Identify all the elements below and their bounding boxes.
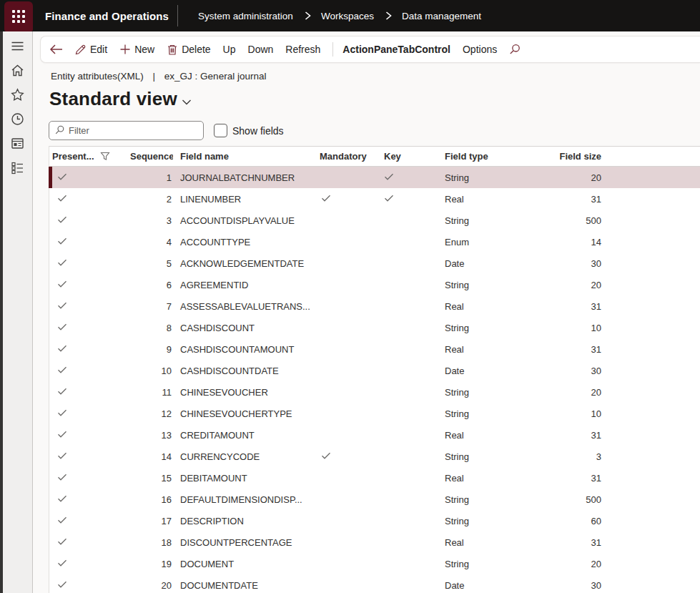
field-type-cell: String [430, 323, 541, 333]
table-row[interactable]: 3ACCOUNTDISPLAYVALUEString500 [49, 210, 700, 231]
plus-icon [119, 44, 131, 55]
field-type-cell: Date [430, 258, 541, 269]
modules-list-icon[interactable] [10, 160, 26, 175]
sequence-cell: 19 [130, 559, 173, 569]
filter-input-box[interactable] [49, 121, 204, 140]
topbar-divider [177, 5, 178, 26]
field-type-cell: Enum [430, 237, 541, 248]
up-button[interactable]: Up [223, 44, 236, 55]
field-name-cell: ACKNOWLEDGEMENTDATE [173, 258, 312, 269]
breadcrumb-item-workspaces[interactable]: Workspaces [321, 11, 374, 21]
filter-input[interactable] [69, 125, 190, 136]
present-checkmark [49, 258, 130, 269]
table-row[interactable]: 12CHINESEVOUCHERTYPEString10 [49, 403, 700, 424]
field-name-cell: ACCOUNTTYPE [173, 237, 312, 248]
column-header-present[interactable]: Present... [49, 151, 130, 162]
present-checkmark [49, 366, 130, 376]
workspaces-icon[interactable] [10, 135, 26, 151]
filter-funnel-icon[interactable] [100, 152, 110, 161]
breadcrumb-item-system-administration[interactable]: System administration [198, 11, 293, 21]
new-button[interactable]: New [119, 44, 154, 55]
key-checkmark [377, 194, 430, 205]
search-icon[interactable] [509, 44, 521, 55]
table-row[interactable]: 20DOCUMENTDATEDate30 [49, 574, 700, 593]
field-name-cell: CURRENCYCODE [173, 451, 312, 462]
table-row[interactable]: 2LINENUMBERReal31 [49, 188, 700, 210]
breadcrumb-item-data-management[interactable]: Data management [402, 11, 481, 21]
column-header-key[interactable]: Key [377, 151, 430, 162]
table-row[interactable]: 11CHINESEVOUCHERString20 [49, 381, 700, 403]
hamburger-menu-icon[interactable] [10, 38, 26, 54]
field-name-cell: CREDITAMOUNT [173, 430, 312, 441]
sequence-cell: 14 [130, 451, 173, 462]
table-row[interactable]: 16DEFAULTDIMENSIONDISP...String500 [49, 489, 700, 510]
field-size-cell: 30 [541, 258, 606, 269]
sidebar [3, 31, 33, 593]
sequence-cell: 2 [130, 194, 173, 205]
table-row[interactable]: 19DOCUMENTString20 [49, 553, 700, 574]
app-launcher-button[interactable] [4, 1, 33, 31]
refresh-button[interactable]: Refresh [285, 44, 320, 55]
present-checkmark [49, 580, 130, 591]
chevron-down-icon[interactable] [182, 96, 192, 109]
table-row[interactable]: 17DESCRIPTIONString60 [49, 510, 700, 531]
table-row[interactable]: 6AGREEMENTIDString20 [49, 274, 700, 295]
table-row[interactable]: 14CURRENCYCODEString3 [49, 446, 700, 467]
field-type-cell: String [430, 451, 541, 462]
table-row[interactable]: 1JOURNALBATCHNUMBERString20 [49, 167, 700, 188]
field-name-cell: CHINESEVOUCHERTYPE [173, 408, 312, 419]
field-type-cell: String [430, 408, 541, 419]
action-pane-toolbar: Edit New Delete Up Down Refresh ActionPa… [40, 36, 700, 63]
delete-button[interactable]: Delete [167, 44, 210, 56]
back-button[interactable] [49, 44, 63, 55]
options-button[interactable]: Options [463, 44, 497, 55]
sequence-cell: 18 [130, 537, 173, 548]
column-header-mandatory[interactable]: Mandatory [312, 151, 377, 162]
field-type-cell: Date [430, 580, 541, 591]
sequence-cell: 10 [130, 366, 173, 376]
table-row[interactable]: 7ASSESSABLEVALUETRANS...Real31 [49, 295, 700, 317]
sequence-cell: 7 [130, 301, 173, 312]
favorites-star-icon[interactable] [10, 87, 26, 102]
main-content: Edit New Delete Up Down Refresh ActionPa… [33, 31, 700, 593]
table-row[interactable]: 18DISCOUNTPERCENTAGEReal31 [49, 531, 700, 553]
table-row[interactable]: 10CASHDISCOUNTDATEDate30 [49, 360, 700, 381]
edit-button[interactable]: Edit [74, 44, 107, 56]
down-button[interactable]: Down [248, 44, 274, 55]
table-row[interactable]: 8CASHDISCOUNTString10 [49, 317, 700, 338]
field-type-cell: String [430, 280, 541, 290]
column-header-field-name[interactable]: Field name [173, 151, 312, 162]
table-row[interactable]: 9CASHDISCOUNTAMOUNTReal31 [49, 338, 700, 360]
field-type-cell: Real [430, 344, 541, 355]
show-fields-label: Show fields [232, 125, 284, 137]
sequence-cell: 3 [130, 215, 173, 226]
sequence-cell: 8 [130, 323, 173, 333]
field-type-cell: Real [430, 430, 541, 441]
table-row[interactable]: 4ACCOUNTTYPEEnum14 [49, 231, 700, 253]
table-row[interactable]: 15DEBITAMOUNTReal31 [49, 467, 700, 489]
chevron-right-icon [302, 11, 312, 21]
entity-attributes-grid: Present... Sequence Field name Mandatory… [49, 146, 700, 593]
show-fields-checkbox[interactable] [214, 124, 227, 137]
field-name-cell: CASHDISCOUNTDATE [173, 366, 312, 376]
table-row[interactable]: 13CREDITAMOUNTReal31 [49, 424, 700, 446]
field-name-cell: JOURNALBATCHNUMBER [173, 172, 312, 183]
trash-icon [167, 44, 178, 56]
column-header-field-type[interactable]: Field type [430, 151, 541, 162]
column-header-field-size[interactable]: Field size [541, 151, 606, 162]
action-pane-tab-control[interactable]: ActionPaneTabControl [342, 44, 450, 55]
field-size-cell: 20 [541, 172, 606, 183]
pencil-icon [74, 44, 87, 56]
table-header: Present... Sequence Field name Mandatory… [49, 147, 700, 167]
field-type-cell: String [430, 559, 541, 569]
field-type-cell: Real [430, 301, 541, 312]
field-size-cell: 31 [541, 473, 606, 484]
table-row[interactable]: 5ACKNOWLEDGEMENTDATEDate30 [49, 253, 700, 274]
sequence-cell: 16 [130, 494, 173, 505]
present-checkmark [49, 172, 130, 183]
column-header-sequence[interactable]: Sequence [130, 151, 173, 162]
app-title[interactable]: Finance and Operations [45, 10, 169, 22]
recent-clock-icon[interactable] [10, 111, 26, 127]
home-icon[interactable] [10, 62, 26, 78]
field-size-cell: 500 [541, 494, 606, 505]
